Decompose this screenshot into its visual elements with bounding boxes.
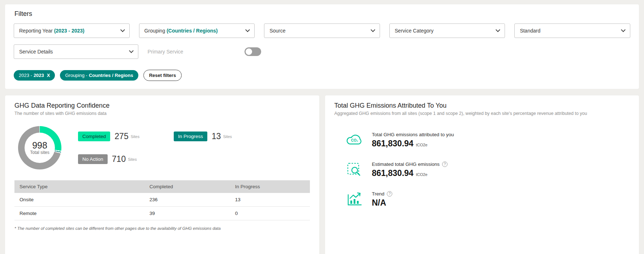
chevron-down-icon — [496, 27, 501, 32]
no-action-badge: No Action — [78, 154, 108, 164]
metric-value: N/A — [372, 198, 386, 208]
table-row: Onsite 236 13 — [14, 193, 310, 207]
info-icon[interactable]: ? — [442, 162, 448, 167]
metric-label: Trend — [372, 191, 385, 197]
metric-unit: tCO2e — [416, 143, 428, 147]
metric-trend: Trend ? N/A — [345, 191, 630, 208]
co2-cloud-icon: CO₂ — [345, 132, 364, 146]
dropdown-service-category[interactable]: Service Category — [389, 23, 505, 38]
filters-panel: Filters Reporting Year(2023 - 2023) Grou… — [5, 4, 639, 89]
reset-filters-button[interactable]: Reset filters — [143, 70, 182, 81]
service-type-table: Service Type Completed In Progress Onsit… — [14, 180, 310, 220]
scan-search-icon — [345, 162, 364, 177]
active-filters-row: 2023 -2023 X Grouping -Countries / Regio… — [14, 70, 630, 81]
confidence-title: GHG Data Reporting Confidence — [14, 102, 310, 109]
filters-row-1: Reporting Year(2023 - 2023) Grouping(Cou… — [14, 23, 630, 38]
primary-service-label: Primary Service — [148, 49, 183, 55]
metric-value: 861,830.94 — [372, 168, 414, 178]
primary-service-control: Primary Service — [148, 44, 262, 59]
emissions-title: Total GHG Emissions Attributed To You — [334, 102, 630, 109]
legend-item-in-progress: In Progress 13 Sites — [174, 132, 257, 141]
column-header: In Progress — [230, 180, 310, 193]
trend-chart-icon — [345, 191, 364, 206]
metric-label: Estimated total GHG emissions — [372, 162, 440, 167]
donut-total-label: Total sites — [30, 150, 49, 155]
table-row: Remote 39 0 — [14, 207, 310, 220]
dropdown-service-details[interactable]: Service Details — [14, 44, 138, 59]
in-progress-badge: In Progress — [174, 132, 207, 141]
filters-title: Filters — [14, 10, 630, 18]
column-header: Service Type — [14, 180, 144, 193]
legend-item-no-action: No Action 710 Sites — [78, 154, 174, 164]
chevron-down-icon — [621, 27, 626, 32]
chevron-down-icon — [120, 27, 125, 32]
dropdown-label: Standard — [520, 28, 540, 34]
completed-badge: Completed — [78, 132, 110, 141]
metric-total-attributed: CO₂ Total GHG emissions attributed to yo… — [345, 132, 630, 148]
chevron-down-icon — [245, 27, 250, 32]
metric-label: Total GHG emissions attributed to you — [372, 132, 454, 137]
dropdown-standard[interactable]: Standard — [514, 23, 630, 38]
metric-value: 861,830.94 — [372, 139, 414, 148]
donut-area: 998 Total sites Completed 275 Sites In P… — [18, 126, 310, 169]
legend-item-completed: Completed 275 Sites — [78, 132, 174, 141]
chevron-down-icon — [129, 48, 134, 53]
dropdown-source[interactable]: Source — [264, 23, 380, 38]
dropdown-label: Service Details — [19, 49, 53, 55]
dropdown-label: Grouping(Countries / Regions) — [144, 28, 218, 34]
dropdown-label: Source — [269, 28, 285, 34]
toggle-knob — [246, 48, 252, 55]
dropdown-grouping[interactable]: Grouping(Countries / Regions) — [139, 23, 255, 38]
info-icon[interactable]: ? — [387, 191, 392, 197]
donut-chart: 998 Total sites — [18, 126, 61, 169]
dropdown-reporting-year[interactable]: Reporting Year(2023 - 2023) — [14, 23, 130, 38]
filters-row-2: Service Details Primary Service — [14, 44, 630, 59]
confidence-footnote: * The number of completed sites can be d… — [14, 226, 310, 231]
donut-total-value: 998 — [32, 141, 47, 150]
donut-legend: Completed 275 Sites In Progress 13 Sites… — [78, 132, 257, 164]
ghg-confidence-card: GHG Data Reporting Confidence The number… — [5, 95, 319, 254]
emissions-metrics: CO₂ Total GHG emissions attributed to yo… — [345, 132, 630, 208]
filter-chip-grouping[interactable]: Grouping -Countries / Regions — [60, 70, 138, 81]
dropdown-label: Service Category — [395, 28, 433, 34]
dashboard-page: Filters Reporting Year(2023 - 2023) Grou… — [0, 0, 644, 254]
metric-unit: tCO2e — [416, 172, 428, 177]
cards-row: GHG Data Reporting Confidence The number… — [5, 95, 639, 254]
column-header: Completed — [144, 180, 230, 193]
chevron-down-icon — [371, 27, 375, 32]
emissions-card: Total GHG Emissions Attributed To You Ag… — [325, 95, 639, 254]
svg-text:CO₂: CO₂ — [351, 138, 358, 142]
dropdown-label: Reporting Year(2023 - 2023) — [19, 28, 85, 34]
filter-chip-year[interactable]: 2023 -2023 X — [14, 70, 55, 81]
confidence-subtitle: The number of sites with GHG emissions d… — [14, 111, 310, 116]
remove-filter-icon[interactable]: X — [47, 73, 50, 78]
donut-center: 998 Total sites — [25, 133, 55, 163]
table-header-row: Service Type Completed In Progress — [14, 180, 310, 193]
emissions-subtitle: Aggregated GHG emissions from all sites … — [334, 111, 630, 116]
metric-estimated-total: Estimated total GHG emissions ? 861,830.… — [345, 162, 630, 178]
primary-service-toggle[interactable] — [245, 47, 261, 56]
